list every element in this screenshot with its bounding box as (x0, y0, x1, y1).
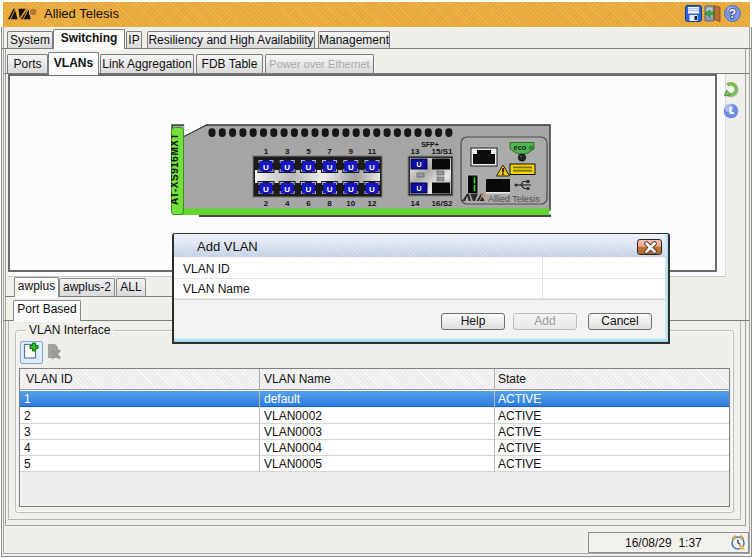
svg-text:U: U (306, 163, 312, 172)
svg-text:10: 10 (346, 199, 355, 208)
svg-text:U: U (327, 185, 333, 194)
svg-text:13: 13 (411, 147, 420, 156)
svg-text:6: 6 (306, 199, 311, 208)
svg-text:U: U (416, 185, 421, 192)
svg-text:14: 14 (411, 199, 420, 208)
svg-text:3: 3 (285, 147, 290, 156)
svg-text:U: U (348, 163, 354, 172)
svg-text:Allied Telesis: Allied Telesis (488, 194, 540, 204)
svg-text:11: 11 (368, 147, 377, 156)
svg-text:?: ? (729, 7, 736, 21)
svg-text:1: 1 (264, 147, 269, 156)
svg-text:15/S1: 15/S1 (432, 147, 453, 156)
svg-text:4: 4 (285, 199, 290, 208)
svg-text:U: U (416, 161, 421, 168)
svg-text:7: 7 (327, 147, 332, 156)
svg-text:U: U (348, 185, 354, 194)
svg-text:12: 12 (368, 199, 377, 208)
svg-text:U: U (263, 185, 269, 194)
svg-text:U: U (263, 163, 269, 172)
svg-text:5: 5 (306, 147, 311, 156)
svg-text:9: 9 (349, 147, 354, 156)
svg-text:AT-XS916MXT: AT-XS916MXT (171, 133, 180, 205)
svg-text:8: 8 (327, 199, 332, 208)
svg-text:16/S2: 16/S2 (432, 199, 453, 208)
svg-text:U: U (284, 163, 290, 172)
svg-text:U: U (327, 163, 333, 172)
svg-text:2: 2 (264, 199, 269, 208)
svg-text:U: U (369, 163, 375, 172)
svg-text:eco: eco (514, 143, 527, 152)
svg-text:U: U (306, 185, 312, 194)
svg-text:U: U (369, 185, 375, 194)
svg-text:U: U (284, 185, 290, 194)
